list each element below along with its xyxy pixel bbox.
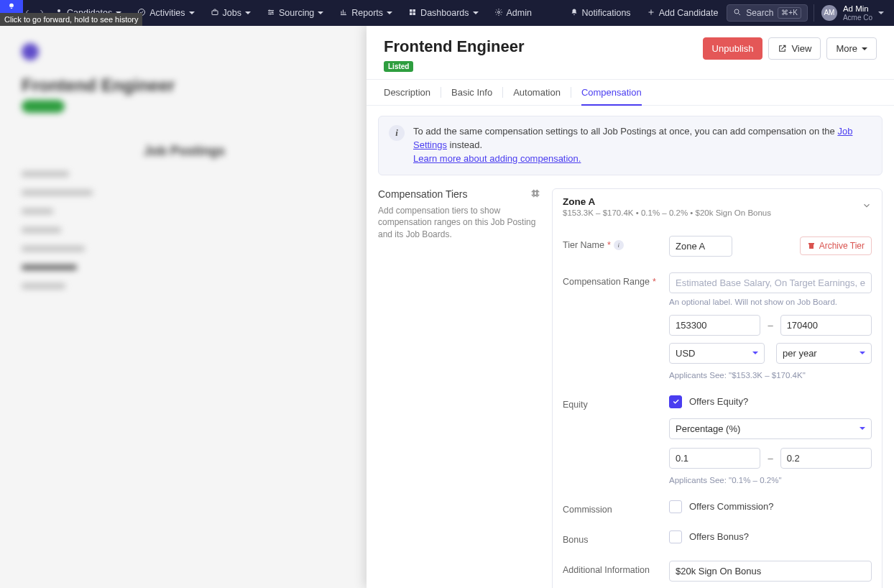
label-equity: Equity: [563, 400, 588, 410]
svg-rect-2: [212, 11, 218, 15]
banner-text: To add the same compensation settings to…: [413, 126, 837, 137]
learn-more-link[interactable]: Learn more about adding compensation.: [413, 153, 581, 164]
info-icon[interactable]: i: [614, 240, 624, 250]
user-name: Ad Min: [843, 4, 872, 14]
grid-icon: [408, 8, 417, 19]
nav-sourcing[interactable]: Sourcing: [259, 4, 331, 23]
tab-compensation[interactable]: Compensation: [581, 80, 642, 105]
caret-down-icon: [387, 12, 392, 14]
status-badge: Listed: [384, 61, 413, 72]
archive-label: Archive Tier: [819, 241, 865, 251]
info-banner: i To add the same compensation settings …: [378, 116, 883, 175]
nav-label: Add Candidate: [659, 8, 719, 18]
archive-tier-button[interactable]: Archive Tier: [800, 236, 872, 255]
nav-reports[interactable]: Reports: [332, 4, 400, 23]
svg-point-3: [269, 9, 270, 11]
additional-info-input[interactable]: [669, 561, 872, 582]
nav-dashboards[interactable]: Dashboards: [401, 4, 485, 23]
caret-down-icon: [473, 12, 479, 14]
user-org: Acme Co: [843, 14, 872, 22]
range-min-input[interactable]: [669, 315, 760, 336]
label-bonus: Bonus: [563, 535, 588, 545]
svg-point-0: [57, 9, 60, 12]
period-select[interactable]: per year: [776, 343, 872, 364]
label-additional: Additional Information: [563, 565, 650, 575]
offers-commission-label: Offers Commission?: [689, 501, 774, 512]
tab-description[interactable]: Description: [384, 80, 430, 105]
label-comp-range: Compensation Range: [563, 277, 650, 287]
browser-tab-indicator: [0, 0, 23, 13]
job-posting-panel: Frontend Engineer Listed Unpublish View …: [367, 26, 894, 588]
nav-jobs[interactable]: Jobs: [203, 4, 258, 23]
applicants-see-equity: Applicants See: "0.1% – 0.2%": [669, 476, 872, 484]
tier-a-name: Zone A: [563, 196, 771, 207]
nav-notifications[interactable]: Notifications: [563, 4, 638, 23]
tab-basic-info[interactable]: Basic Info: [451, 80, 492, 105]
more-label: More: [836, 43, 857, 54]
nav-label: Reports: [351, 8, 383, 18]
tier-zone-a: Zone A $153.3K – $170.4K • 0.1% – 0.2% •…: [553, 189, 882, 588]
nav-add-candidate[interactable]: Add Candidate: [640, 4, 726, 23]
sliders-icon: [267, 8, 275, 19]
caret-down-icon: [860, 427, 865, 430]
equity-type-select[interactable]: Percentage (%): [669, 418, 872, 439]
caret-down-icon: [318, 12, 323, 14]
unpublish-button[interactable]: Unpublish: [703, 37, 763, 60]
chart-icon: [339, 8, 348, 19]
search-shortcut: ⌘+K: [778, 7, 801, 19]
tier-name-input[interactable]: [669, 236, 732, 257]
caret-down-icon: [245, 12, 251, 14]
nav-admin[interactable]: Admin: [487, 4, 539, 23]
offers-equity-checkbox[interactable]: [669, 395, 682, 408]
panel-title: Frontend Engineer: [384, 37, 525, 56]
more-button[interactable]: More: [826, 37, 877, 60]
range-helper-text: An optional label. Will not show on Job …: [669, 298, 872, 306]
tier-container: Zone A $153.3K – $170.4K • 0.1% – 0.2% •…: [552, 188, 883, 588]
caret-down-icon: [752, 352, 758, 354]
nav-label: Notifications: [582, 8, 631, 18]
svg-rect-6: [410, 9, 413, 12]
svg-rect-9: [413, 12, 416, 15]
tab-automation[interactable]: Automation: [513, 80, 561, 105]
currency-value: USD: [676, 348, 695, 359]
comp-tiers-heading: Compensation Tiers: [378, 188, 468, 200]
period-value: per year: [783, 348, 817, 359]
offers-commission-checkbox[interactable]: [669, 500, 682, 513]
reorder-icon[interactable]: [530, 188, 540, 201]
range-label-input[interactable]: [669, 272, 872, 293]
plus-icon: [647, 8, 655, 19]
currency-select[interactable]: USD: [669, 343, 765, 364]
global-search[interactable]: Search ⌘+K: [727, 4, 808, 22]
search-label: Search: [746, 8, 773, 18]
applicants-see-range: Applicants See: "$153.3K – $170.4K": [669, 371, 872, 380]
caret-down-icon: [860, 352, 865, 354]
offers-equity-label: Offers Equity?: [689, 396, 748, 407]
range-max-input[interactable]: [780, 315, 872, 336]
briefcase-icon: [211, 8, 219, 19]
info-icon: i: [389, 125, 405, 141]
nav-label: Jobs: [223, 8, 241, 18]
view-label: View: [791, 43, 811, 54]
view-button[interactable]: View: [768, 37, 821, 60]
equity-type-value: Percentage (%): [676, 423, 740, 434]
svg-point-10: [497, 11, 499, 13]
chevron-down-icon: [862, 201, 872, 213]
tier-a-summary: $153.3K – $170.4K • 0.1% – 0.2% • $20k S…: [563, 208, 771, 217]
equity-min-input[interactable]: [669, 448, 760, 469]
svg-point-11: [734, 9, 739, 14]
archive-icon: [807, 242, 816, 250]
caret-down-icon: [189, 12, 195, 14]
nav-label: Dashboards: [420, 8, 469, 18]
offers-bonus-checkbox[interactable]: [669, 530, 682, 543]
tier-a-header[interactable]: Zone A $153.3K – $170.4K • 0.1% – 0.2% •…: [553, 189, 882, 224]
user-menu[interactable]: AM Ad Min Acme Co: [814, 4, 888, 22]
caret-down-icon: [878, 12, 884, 14]
svg-point-5: [269, 13, 271, 14]
gear-icon: [494, 8, 503, 19]
caret-down-icon: [862, 47, 867, 50]
search-icon: [733, 8, 742, 19]
svg-rect-7: [413, 9, 416, 12]
nav-label: Sourcing: [279, 8, 314, 18]
equity-max-input[interactable]: [780, 448, 872, 469]
label-tier-name: Tier Name: [563, 240, 604, 250]
